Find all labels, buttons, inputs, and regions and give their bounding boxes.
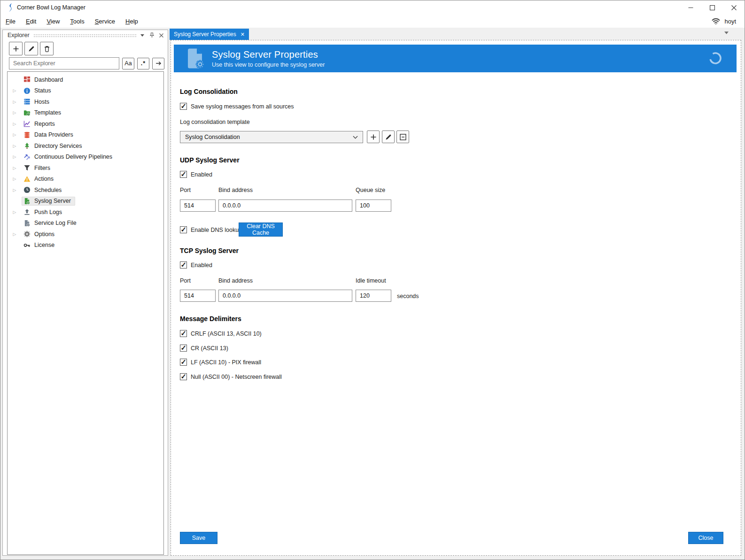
sidebar-item-status[interactable]: ▷ Status bbox=[8, 85, 163, 97]
udp-bind-address-input[interactable] bbox=[218, 199, 352, 212]
null-checkbox[interactable] bbox=[180, 373, 187, 380]
plus-icon bbox=[370, 133, 377, 141]
wifi-icon bbox=[711, 17, 721, 25]
edit-template-button[interactable] bbox=[382, 130, 395, 143]
search-input[interactable] bbox=[9, 57, 119, 69]
tcp-enabled-checkbox[interactable] bbox=[180, 261, 187, 268]
sidebar-item-templates[interactable]: ▷ Templates bbox=[8, 107, 163, 119]
document-gear-icon bbox=[186, 48, 204, 69]
explorer-toolbar bbox=[3, 40, 168, 55]
checkbox-label: Enabled bbox=[191, 171, 212, 178]
explorer-title: Explorer bbox=[8, 32, 30, 38]
save-all-sources-checkbox[interactable] bbox=[180, 103, 187, 110]
pencil-icon bbox=[385, 133, 392, 141]
user-menu[interactable]: hoyt bbox=[724, 18, 736, 25]
expand-arrow[interactable]: ▷ bbox=[8, 154, 22, 159]
udp-port-input[interactable] bbox=[180, 199, 216, 212]
close-icon bbox=[159, 33, 163, 38]
expand-arrow[interactable]: ▷ bbox=[8, 176, 22, 181]
close-tab-button[interactable]: ✕ bbox=[241, 32, 245, 37]
menu-tools[interactable]: Tools bbox=[65, 15, 89, 27]
sidebar-item-dashboard[interactable]: Dashboard bbox=[8, 74, 163, 85]
expand-arrow[interactable]: ▷ bbox=[8, 88, 22, 93]
sidebar-item-schedules[interactable]: ▷ Schedules bbox=[8, 184, 163, 196]
template-label: Log consolidation template bbox=[180, 119, 250, 125]
tree-icon bbox=[23, 142, 31, 149]
sidebar-item-directory-services[interactable]: ▷ Directory Services bbox=[8, 140, 163, 152]
delimiter-null-row: Null (ASCII 00) - Netscreen firewall bbox=[180, 373, 282, 380]
panel-menu-button[interactable] bbox=[139, 31, 146, 39]
close-panel-button[interactable] bbox=[157, 31, 165, 39]
expand-arrow[interactable]: ▷ bbox=[8, 100, 22, 104]
crlf-checkbox[interactable] bbox=[180, 330, 187, 337]
tab-list-dropdown-icon[interactable] bbox=[724, 31, 729, 34]
tcp-port-label: Port bbox=[180, 277, 191, 284]
template-selected-value: Syslog Consolidation bbox=[185, 134, 353, 140]
pin-panel-button[interactable] bbox=[148, 31, 155, 39]
add-template-button[interactable] bbox=[367, 130, 380, 143]
templates-icon bbox=[23, 109, 31, 116]
template-select[interactable]: Syslog Consolidation bbox=[180, 131, 363, 143]
section-heading-udp: UDP Syslog Server bbox=[180, 156, 240, 164]
close-window-button[interactable] bbox=[723, 0, 745, 15]
minus-square-icon bbox=[399, 133, 407, 141]
tab-syslog-server-properties[interactable]: Syslog Server Properties ✕ bbox=[170, 29, 249, 40]
minimize-button[interactable] bbox=[680, 0, 701, 15]
tcp-idle-label: Idle timeout bbox=[356, 277, 386, 284]
sidebar-item-license[interactable]: License bbox=[8, 240, 163, 251]
syslog-server-icon bbox=[23, 198, 31, 205]
lf-checkbox[interactable] bbox=[180, 359, 187, 366]
menu-service[interactable]: Service bbox=[90, 15, 120, 27]
sidebar-item-options[interactable]: ▷ Options bbox=[8, 229, 163, 240]
regex-button[interactable]: .* bbox=[137, 58, 149, 69]
expand-arrow[interactable]: ▷ bbox=[8, 132, 22, 137]
sidebar-item-push-logs[interactable]: ▷ Push Logs bbox=[8, 207, 163, 218]
expand-arrow[interactable]: ▷ bbox=[8, 122, 22, 126]
udp-enabled-checkbox[interactable] bbox=[180, 171, 187, 178]
tcp-idle-timeout-input[interactable] bbox=[356, 290, 391, 302]
expand-arrow[interactable]: ▷ bbox=[8, 144, 22, 148]
sidebar-item-data-providers[interactable]: ▷ Data Providers bbox=[8, 130, 163, 141]
remove-template-button[interactable] bbox=[396, 130, 409, 143]
menu-file[interactable]: File bbox=[0, 15, 21, 27]
udp-queue-size-input[interactable] bbox=[356, 199, 391, 212]
sidebar-item-actions[interactable]: ▷ Actions bbox=[8, 174, 163, 185]
sidebar-item-continuous-delivery-pipelines[interactable]: ▷ Continuous Delivery Pipelines bbox=[8, 152, 163, 163]
menu-edit[interactable]: Edit bbox=[21, 15, 41, 27]
edit-button[interactable] bbox=[24, 42, 38, 55]
hosts-icon bbox=[23, 98, 31, 105]
udp-bind-label: Bind address bbox=[218, 187, 253, 193]
close-button[interactable]: Close bbox=[688, 532, 723, 544]
expand-arrow[interactable]: ▷ bbox=[8, 210, 22, 215]
clear-dns-cache-button[interactable]: Clear DNS Cache bbox=[239, 222, 283, 237]
title-bar: Corner Bowl Log Manager bbox=[0, 0, 745, 15]
explorer-tree: Dashboard ▷ Status ▷ Hosts ▷ Templates ▷… bbox=[7, 71, 164, 555]
tcp-enabled-checkbox-row: Enabled bbox=[180, 261, 212, 268]
add-button[interactable] bbox=[9, 42, 23, 55]
tcp-bind-address-input[interactable] bbox=[218, 290, 352, 302]
expand-arrow[interactable]: ▷ bbox=[8, 232, 22, 237]
sidebar-item-service-log-file[interactable]: Service Log File bbox=[8, 218, 163, 229]
expand-arrow[interactable]: ▷ bbox=[8, 110, 22, 115]
main-panel: Syslog Server Properties Use this view t… bbox=[171, 40, 741, 556]
menu-view[interactable]: View bbox=[41, 15, 65, 27]
maximize-button[interactable] bbox=[701, 0, 723, 15]
cr-checkbox[interactable] bbox=[180, 345, 187, 352]
delete-button[interactable] bbox=[40, 42, 54, 55]
save-button[interactable]: Save bbox=[180, 532, 217, 544]
sidebar-item-hosts[interactable]: ▷ Hosts bbox=[8, 96, 163, 107]
sidebar-item-syslog-server[interactable]: Syslog Server bbox=[8, 196, 163, 207]
tcp-port-input[interactable] bbox=[180, 290, 216, 302]
sidebar-item-reports[interactable]: ▷ Reports bbox=[8, 118, 163, 130]
dns-lookup-checkbox[interactable] bbox=[180, 226, 187, 233]
delimiter-crlf-row: CRLF (ASCII 13, ASCII 10) bbox=[180, 330, 262, 337]
dashboard-icon bbox=[23, 76, 31, 83]
match-case-button[interactable]: Aa bbox=[122, 58, 134, 69]
expand-arrow[interactable]: ▷ bbox=[8, 166, 22, 170]
search-go-button[interactable] bbox=[152, 58, 164, 69]
expand-arrow[interactable]: ▷ bbox=[8, 188, 22, 192]
window-title: Corner Bowl Log Manager bbox=[17, 4, 85, 11]
sidebar-item-filters[interactable]: ▷ Filters bbox=[8, 162, 163, 174]
menu-help[interactable]: Help bbox=[120, 15, 143, 27]
service-log-file-icon bbox=[23, 220, 31, 227]
